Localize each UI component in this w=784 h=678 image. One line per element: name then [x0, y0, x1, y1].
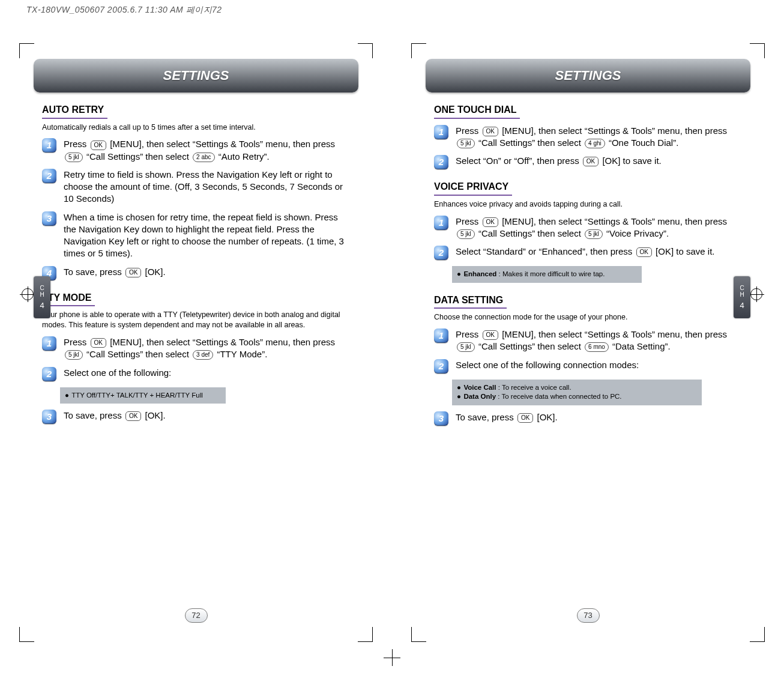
- step: 1 Press OK [MENU], then select “Settings…: [434, 216, 742, 240]
- info-box: ● Enhanced : Makes it more difficult to …: [452, 266, 642, 283]
- num-key-icon: 6 mno: [585, 342, 609, 352]
- step: 1 Press OK [MENU], then select “Settings…: [42, 138, 350, 163]
- step-text: Select one of the following connection m…: [451, 359, 742, 371]
- right-content: ONE TOUCH DIAL 1 Press OK [MENU], then s…: [434, 103, 742, 426]
- crop-mark-icon: [750, 627, 765, 642]
- crop-mark-icon: [411, 627, 426, 642]
- step-badge-icon: 3: [42, 211, 56, 226]
- crop-mark-icon: [19, 43, 34, 58]
- step-text: Select one of the following:: [59, 367, 350, 379]
- step-badge-icon: 2: [434, 246, 448, 260]
- page-number: 72: [185, 608, 208, 623]
- page-banner: SETTINGS: [34, 59, 358, 92]
- chapter-tab: C H 4: [734, 276, 750, 318]
- info-box: ● TTY Off/TTY+ TALK/TTY + HEAR/TTY Full: [60, 387, 226, 404]
- crop-mark-icon: [750, 43, 765, 58]
- section-intro: Automatically redials a call up to 5 tim…: [42, 123, 350, 133]
- section-title-auto-retry: AUTO RETRY: [42, 103, 350, 119]
- chapter-label: C H: [40, 285, 44, 298]
- step-text: Press OK [MENU], then select “Settings &…: [451, 216, 742, 240]
- step: 2 Select one of the following connection…: [434, 359, 742, 374]
- ok-key-icon: OK: [91, 141, 106, 150]
- section-intro: Enhances voice privacy and avoids tappin…: [434, 199, 742, 210]
- step: 1 Press OK [MENU], then select “Settings…: [42, 336, 350, 361]
- step-badge-icon: 1: [42, 336, 56, 351]
- ok-key-icon: OK: [483, 330, 498, 340]
- section-title-one-touch: ONE TOUCH DIAL: [434, 103, 742, 119]
- left-content: AUTO RETRY Automatically redials a call …: [42, 103, 350, 424]
- banner-title: SETTINGS: [34, 59, 358, 92]
- crop-mark-icon: [358, 627, 373, 642]
- step: 3 To save, press OK [OK].: [42, 410, 350, 424]
- ok-key-icon: OK: [517, 413, 533, 423]
- step-badge-icon: 1: [434, 216, 448, 230]
- step: 2 Retry time to field is shown. Press th…: [42, 169, 350, 205]
- info-label: Data Only: [463, 393, 496, 400]
- info-label: Voice Call: [463, 384, 496, 391]
- crop-mark-icon: [358, 43, 373, 58]
- step-text: When a time is chosen for retry time, th…: [59, 211, 350, 260]
- chapter-number: 4: [40, 301, 44, 310]
- num-key-icon: 5 jkl: [585, 229, 603, 239]
- banner-title: SETTINGS: [426, 59, 750, 92]
- step-text: Retry time to field is shown. Press the …: [59, 169, 350, 205]
- step-badge-icon: 3: [434, 411, 448, 426]
- page-number: 73: [577, 608, 600, 623]
- ok-key-icon: OK: [636, 247, 652, 257]
- step-text: Press OK [MENU], then select “Settings &…: [451, 328, 742, 353]
- section-title-voice-privacy: VOICE PRIVACY: [434, 180, 742, 196]
- page-banner: SETTINGS: [426, 59, 750, 92]
- step: 3 To save, press OK [OK].: [434, 411, 742, 426]
- page-spread: SETTINGS C H 4 AUTO RETRY Automatically …: [0, 24, 784, 678]
- bullet-icon: ●: [65, 391, 68, 401]
- step: 2 Select “Standard” or “Enhanced”, then …: [434, 246, 742, 260]
- step: 2 Select “On” or “Off”, then press OK [O…: [434, 155, 742, 169]
- step-text: To save, press OK [OK].: [59, 266, 350, 278]
- ok-key-icon: OK: [483, 127, 498, 136]
- num-key-icon: 5 jkl: [65, 350, 83, 360]
- right-page: SETTINGS C H 4 ONE TOUCH DIAL 1 Press OK…: [392, 24, 784, 678]
- num-key-icon: 2 abc: [193, 153, 214, 162]
- step: 1 Press OK [MENU], then select “Settings…: [434, 328, 742, 353]
- step-badge-icon: 1: [434, 125, 448, 139]
- num-key-icon: 5 jkl: [457, 229, 475, 239]
- bullet-icon: ●: [457, 270, 460, 279]
- step: 3 When a time is chosen for retry time, …: [42, 211, 350, 260]
- running-header: TX-180VW_050607 2005.6.7 11:30 AM 페이지72: [26, 5, 222, 16]
- step-text: To save, press OK [OK].: [451, 411, 742, 423]
- step-text: Select “On” or “Off”, then press OK [OK]…: [451, 155, 742, 167]
- chapter-number: 4: [740, 301, 744, 310]
- step-text: To save, press OK [OK].: [59, 410, 350, 422]
- ok-key-icon: OK: [125, 411, 141, 421]
- section-title-tty: TTY MODE: [42, 291, 350, 307]
- ok-key-icon: OK: [91, 338, 106, 348]
- ok-key-icon: OK: [483, 217, 498, 227]
- section-title-data-setting: DATA SETTING: [434, 294, 742, 309]
- chapter-label: C H: [740, 285, 744, 298]
- step: 4 To save, press OK [OK].: [42, 266, 350, 280]
- chapter-tab: C H 4: [34, 276, 50, 318]
- num-key-icon: 5 jkl: [65, 153, 83, 162]
- step-badge-icon: 2: [434, 155, 448, 169]
- step-text: Select “Standard” or “Enhanced”, then pr…: [451, 246, 742, 258]
- step-badge-icon: 2: [42, 367, 56, 381]
- crop-mark-icon: [19, 627, 34, 642]
- num-key-icon: 4 ghi: [585, 139, 605, 148]
- crop-mark-icon: [411, 43, 426, 58]
- ok-key-icon: OK: [583, 157, 599, 166]
- step-text: Press OK [MENU], then select “Settings &…: [59, 336, 350, 361]
- section-intro: Choose the connection mode for the usage…: [434, 312, 742, 322]
- info-box: ● Voice Call : To receive a voice call. …: [452, 380, 702, 405]
- step-badge-icon: 1: [434, 328, 448, 343]
- step-text: Press OK [MENU], then select “Settings &…: [451, 125, 742, 150]
- num-key-icon: 3 def: [193, 350, 213, 360]
- step-text: Press OK [MENU], then select “Settings &…: [59, 138, 350, 163]
- num-key-icon: 5 jkl: [457, 139, 475, 148]
- document-sheet: TX-180VW_050607 2005.6.7 11:30 AM 페이지72 …: [0, 0, 784, 678]
- section-intro: Your phone is able to operate with a TTY…: [42, 310, 350, 330]
- step: 1 Press OK [MENU], then select “Settings…: [434, 125, 742, 150]
- info-label: Enhanced: [463, 270, 496, 277]
- step: 2 Select one of the following:: [42, 367, 350, 381]
- num-key-icon: 5 jkl: [457, 342, 475, 352]
- ok-key-icon: OK: [125, 268, 141, 277]
